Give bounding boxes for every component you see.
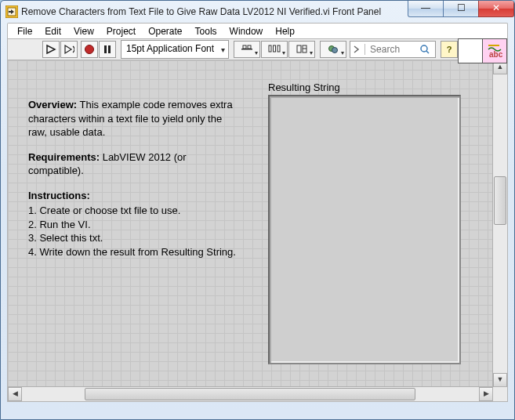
vi-icon-area: abc <box>458 38 507 63</box>
connector-pane-icon[interactable] <box>458 38 483 63</box>
app-icon <box>5 5 18 18</box>
instruction-step: 4. Write down the result from Resulting … <box>28 245 240 259</box>
scroll-left-button[interactable]: ◀ <box>8 387 22 401</box>
resize-grip[interactable] <box>492 386 507 401</box>
resulting-string-label: Resulting String <box>268 81 340 93</box>
svg-rect-3 <box>104 45 107 53</box>
scroll-down-button[interactable]: ▼ <box>493 373 507 387</box>
distribute-button[interactable] <box>261 41 288 58</box>
svg-rect-9 <box>274 45 276 52</box>
instructions-label: Instructions: <box>28 190 90 201</box>
vscroll-thumb[interactable] <box>494 176 506 225</box>
menu-project[interactable]: Project <box>100 25 142 38</box>
overview-label: Overview: <box>28 99 77 110</box>
menu-window[interactable]: Window <box>223 25 270 38</box>
minimize-button[interactable]: — <box>408 1 444 17</box>
svg-rect-7 <box>248 45 251 49</box>
svg-rect-11 <box>297 45 301 52</box>
chevron-right-icon <box>352 45 361 54</box>
vi-icon[interactable]: abc <box>483 38 507 63</box>
close-button[interactable]: ✕ <box>478 1 514 17</box>
svg-point-2 <box>85 45 94 54</box>
search-icon <box>419 43 431 56</box>
toolbar: 15pt Application Font <box>7 38 508 60</box>
reorder-group <box>320 41 346 58</box>
svg-point-15 <box>421 45 427 52</box>
horizontal-scrollbar[interactable]: ◀ ▶ <box>8 386 493 401</box>
align-group <box>234 41 315 58</box>
menubar: File Edit View Project Operate Tools Win… <box>7 23 508 38</box>
menu-view[interactable]: View <box>67 25 100 38</box>
instruction-step: 3. Select this txt. <box>28 231 240 245</box>
svg-rect-4 <box>108 45 111 53</box>
vscroll-track[interactable] <box>493 74 507 373</box>
vertical-scrollbar[interactable]: ▲ ▼ <box>492 60 507 387</box>
resulting-string-indicator[interactable] <box>268 95 461 364</box>
menu-help[interactable]: Help <box>269 25 301 38</box>
menu-edit[interactable]: Edit <box>38 25 67 38</box>
svg-rect-8 <box>269 45 271 52</box>
front-panel[interactable]: Overview: This example code removes extr… <box>8 60 493 387</box>
abort-button[interactable] <box>81 41 98 58</box>
workarea: Overview: This example code removes extr… <box>7 60 508 402</box>
svg-rect-10 <box>277 45 280 52</box>
align-button[interactable] <box>234 41 260 58</box>
svg-rect-6 <box>243 45 246 49</box>
menu-tools[interactable]: Tools <box>189 25 223 38</box>
hscroll-thumb[interactable] <box>85 388 415 400</box>
caption-buttons: — ☐ ✕ <box>408 1 514 16</box>
hscroll-track[interactable] <box>22 387 479 401</box>
svg-rect-16 <box>463 44 477 58</box>
context-help-button[interactable]: ? <box>441 41 458 58</box>
menubar-inner: File Edit View Project Operate Tools Win… <box>7 23 508 38</box>
instruction-step: 1. Create or choose txt file to use. <box>28 204 240 218</box>
requirements-label: Requirements: <box>28 151 100 163</box>
run-continuous-button[interactable] <box>60 41 78 58</box>
font-select-label: 15pt Application Font <box>126 43 214 54</box>
run-button[interactable] <box>42 41 60 58</box>
font-select[interactable]: 15pt Application Font <box>121 40 229 59</box>
run-group <box>42 41 78 58</box>
description-text: Overview: This example code removes extr… <box>28 98 240 259</box>
stop-group <box>81 41 116 58</box>
scroll-right-button[interactable]: ▶ <box>479 387 493 401</box>
svg-text:abc: abc <box>489 50 503 59</box>
search-box[interactable] <box>350 41 436 58</box>
svg-point-14 <box>332 48 338 53</box>
instruction-step: 2. Run the VI. <box>28 218 240 232</box>
resize-button[interactable] <box>288 41 315 58</box>
maximize-button[interactable]: ☐ <box>443 1 479 17</box>
menu-file[interactable]: File <box>11 25 38 38</box>
search-input[interactable] <box>368 43 419 56</box>
menu-operate[interactable]: Operate <box>142 25 188 38</box>
reorder-button[interactable] <box>320 41 346 58</box>
pause-button[interactable] <box>99 41 116 58</box>
window: Remove Characters from Text File to Give… <box>0 0 515 420</box>
titlebar[interactable]: Remove Characters from Text File to Give… <box>1 1 514 23</box>
